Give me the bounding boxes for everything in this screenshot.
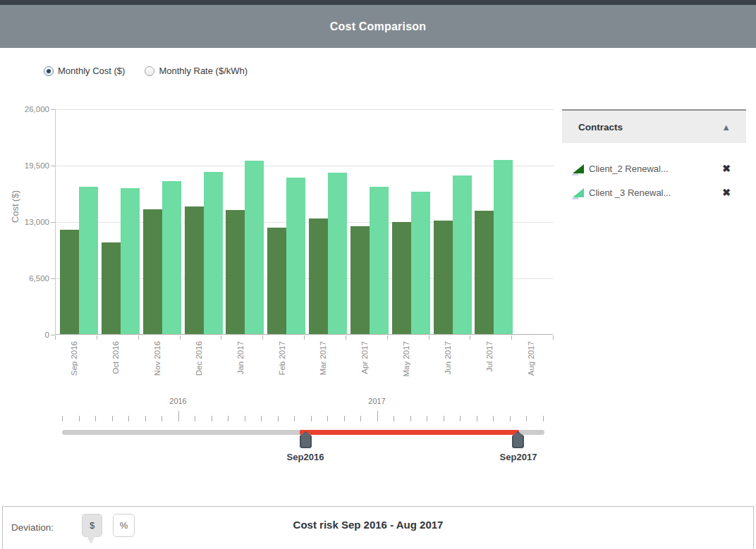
legend-item-3[interactable]: Client _3 Renewal...✖ (562, 180, 746, 204)
slider-month-tick (95, 416, 96, 421)
slider-month-tick (360, 416, 361, 421)
series-triangle-icon (573, 187, 584, 197)
y-tick-label: 19,500 (7, 161, 49, 170)
slider-start-label: Sep2016 (287, 452, 324, 462)
contracts-panel-title: Contracts (578, 122, 623, 132)
bar-chart-plot-area (55, 109, 553, 335)
x-category-label: May 2017 (402, 341, 410, 377)
bar-client2-dec-2016[interactable] (185, 206, 204, 334)
bar-client2-feb-2017[interactable] (267, 228, 286, 334)
slider-selected-range[interactable] (300, 430, 519, 435)
radio-selected-icon[interactable] (44, 66, 54, 76)
bar-client3-nov-2016[interactable] (162, 181, 181, 334)
slider-month-tick (245, 416, 245, 421)
bar-client2-apr-2017[interactable] (350, 226, 370, 334)
slider-month-tick (195, 416, 195, 421)
bar-client2-jan-2017[interactable] (226, 210, 245, 334)
slider-month-tick (477, 416, 477, 421)
x-category-label: Apr 2017 (360, 341, 369, 374)
slider-month-tick (427, 416, 427, 421)
slider-month-tick (327, 416, 328, 421)
slider-month-tick (112, 416, 113, 421)
view-toggle: Monthly Cost ($) Monthly Rate ($/kWh) (44, 66, 248, 76)
radio-monthly-cost[interactable]: Monthly Cost ($) (44, 66, 125, 76)
slider-month-tick (444, 416, 444, 421)
x-tick-mark (304, 335, 305, 340)
bar-client2-mar-2017[interactable] (309, 218, 328, 334)
x-category-label: Oct 2016 (111, 341, 120, 374)
bar-client3-oct-2016[interactable] (121, 188, 140, 334)
bar-client3-jun-2017[interactable] (453, 175, 472, 334)
y-tick-label: 26,000 (7, 105, 49, 113)
slider-month-tick (261, 416, 262, 421)
x-category-label: Feb 2017 (278, 341, 286, 376)
slider-month-tick (278, 416, 279, 421)
x-tick-mark (511, 335, 512, 340)
bar-client2-jun-2017[interactable] (434, 221, 453, 334)
x-tick-mark (553, 335, 554, 340)
slider-month-tick (62, 416, 63, 421)
bar-client3-feb-2017[interactable] (286, 178, 305, 334)
slider-month-tick (410, 416, 411, 421)
slider-month-tick (212, 416, 212, 421)
slider-end-label: Sep2017 (500, 452, 537, 462)
slider-month-tick (543, 416, 544, 421)
slider-year-tick (178, 411, 179, 421)
bar-client2-may-2017[interactable] (392, 222, 411, 334)
gridline (56, 109, 554, 110)
x-category-label: Aug 2017 (527, 341, 535, 376)
x-category-label: Nov 2016 (153, 341, 161, 376)
remove-contract-icon[interactable]: ✖ (722, 187, 731, 197)
bar-client2-sep-2016[interactable] (60, 230, 79, 334)
radio-monthly-rate[interactable]: Monthly Rate ($/kWh) (145, 66, 248, 76)
bar-client2-oct-2016[interactable] (102, 242, 121, 334)
x-tick-mark (138, 335, 139, 340)
y-tick-label: 13,000 (7, 218, 49, 226)
slider-month-tick (460, 416, 461, 421)
deviation-percent-button[interactable]: % (113, 514, 135, 537)
x-tick-mark (346, 335, 346, 340)
legend-item-label: Client _3 Renewal... (589, 187, 722, 198)
y-tick-mark (51, 278, 55, 279)
x-category-label: Jul 2017 (485, 341, 494, 371)
slider-year-label: 2016 (169, 397, 186, 405)
slider-month-tick (394, 416, 394, 421)
slider-month-tick (510, 416, 511, 421)
bar-client3-mar-2017[interactable] (328, 173, 347, 334)
y-tick-mark (51, 222, 55, 223)
slider-month-tick (145, 416, 146, 421)
bar-client3-sep-2016[interactable] (79, 187, 98, 334)
slider-month-tick (311, 416, 312, 421)
bar-client2-nov-2016[interactable] (143, 209, 162, 334)
app-header: Cost Comparison (0, 5, 756, 48)
remove-contract-icon[interactable]: ✖ (722, 164, 731, 173)
bar-client3-may-2017[interactable] (411, 192, 430, 334)
legend-item-2[interactable]: Client_2 Renewal...✖ (562, 156, 746, 180)
y-tick-label: 0 (7, 331, 49, 339)
y-tick-mark (51, 109, 55, 110)
slider-year-tick (377, 411, 378, 421)
slider-month-tick (294, 416, 295, 421)
bar-client3-apr-2017[interactable] (370, 187, 389, 334)
triangle-fill (573, 188, 584, 197)
x-category-label: Jun 2017 (444, 341, 452, 374)
slider-month-tick (228, 416, 228, 421)
x-category-label: Sep 2016 (70, 341, 78, 376)
deviation-dollar-button[interactable]: $ (82, 514, 102, 537)
slider-month-tick (161, 416, 162, 421)
bar-client3-jan-2017[interactable] (245, 161, 264, 334)
gridline (56, 166, 554, 166)
y-tick-mark (51, 166, 55, 166)
radio-unselected-icon[interactable] (145, 66, 154, 76)
x-tick-mark (429, 335, 429, 340)
bar-client2-jul-2017[interactable] (475, 211, 494, 334)
legend-item-label: Client_2 Renewal... (589, 164, 722, 174)
bar-client3-jul-2017[interactable] (494, 160, 513, 334)
window-top-strip (0, 0, 756, 5)
sort-ascending-icon[interactable]: ▲ (721, 122, 731, 132)
slider-month-tick (526, 416, 527, 421)
x-category-label: Jan 2017 (236, 341, 245, 374)
slider-year-label: 2017 (368, 397, 385, 405)
bar-client3-dec-2016[interactable] (204, 172, 223, 334)
x-tick-mark (55, 335, 56, 340)
